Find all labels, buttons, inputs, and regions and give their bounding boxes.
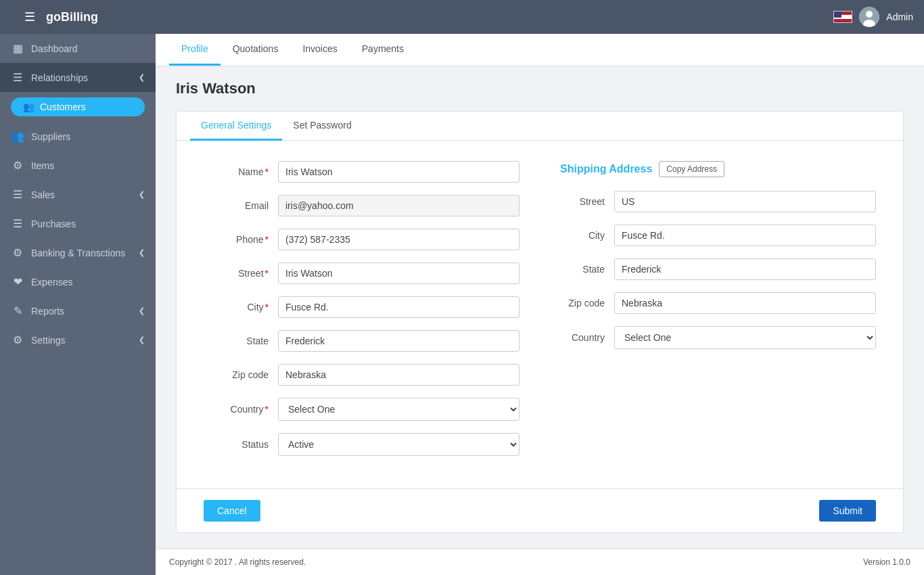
app-logo: goBilling — [46, 10, 98, 24]
submit-button[interactable]: Submit — [819, 500, 876, 522]
shipping-zipcode-label: Zip code — [560, 298, 614, 308]
shipping-header: Shipping Address Copy Address — [560, 161, 876, 177]
profile-card: General Settings Set Password Name — [176, 111, 904, 533]
phone-label: Phone — [204, 234, 278, 245]
footer-version: Version 1.0.0 — [863, 557, 910, 567]
street-label: Street — [204, 268, 278, 279]
admin-label: Admin — [886, 12, 913, 22]
city-row: City — [204, 296, 519, 318]
sidebar-item-label: Expenses — [31, 277, 72, 288]
sidebar-item-settings[interactable]: ⚙ Settings ❮ — [0, 325, 156, 354]
page-title: Iris Watson — [176, 80, 904, 97]
sidebar-item-label: Purchases — [31, 218, 76, 229]
tab-payments[interactable]: Payments — [350, 34, 416, 66]
state-row: State — [204, 330, 519, 352]
copy-address-button[interactable]: Copy Address — [659, 161, 724, 177]
street-row: Street — [204, 262, 519, 284]
shipping-city-row: City — [560, 225, 876, 246]
zipcode-label: Zip code — [204, 369, 278, 380]
sidebar-item-label: Relationships — [31, 72, 88, 83]
sidebar-item-label: Settings — [31, 335, 66, 346]
country-row: Country Select One — [204, 398, 519, 421]
chevron-down-icon: ❮ — [139, 248, 145, 257]
top-bar: ☰ goBilling Admin — [0, 0, 924, 34]
customers-pill-wrapper: 👥 Customers — [0, 92, 156, 122]
card-tab-password[interactable]: Set Password — [282, 112, 362, 141]
email-label: Email — [204, 200, 278, 211]
main-area: ▦ Dashboard ☰ Relationships ❮ 👥 Customer… — [0, 34, 924, 575]
state-input[interactable] — [278, 330, 519, 352]
name-label: Name — [204, 166, 278, 177]
street-input[interactable] — [278, 262, 519, 284]
sidebar-item-label: Reports — [31, 306, 64, 317]
email-input[interactable] — [278, 195, 519, 216]
tab-invoices[interactable]: Invoices — [290, 34, 349, 66]
city-input[interactable] — [278, 296, 519, 318]
top-bar-left: ☰ goBilling — [11, 9, 98, 24]
shipping-state-input[interactable] — [614, 258, 876, 280]
sidebar-item-relationships[interactable]: ☰ Relationships ❮ — [0, 63, 156, 92]
top-bar-right: Admin — [833, 7, 913, 27]
purchases-icon: ☰ — [11, 217, 24, 230]
phone-row: Phone — [204, 229, 519, 250]
card-body: Name Email Phone — [177, 141, 903, 488]
form-section-left: Name Email Phone — [204, 161, 519, 468]
tab-profile[interactable]: Profile — [169, 34, 221, 66]
app-wrapper: ☰ goBilling Admin ▦ Dashboard ☰ — [0, 0, 924, 575]
sidebar-item-purchases[interactable]: ☰ Purchases — [0, 209, 156, 238]
sidebar-item-dashboard[interactable]: ▦ Dashboard — [0, 34, 156, 63]
avatar — [859, 7, 879, 27]
hamburger-icon[interactable]: ☰ — [24, 9, 35, 24]
shipping-street-input[interactable] — [614, 191, 876, 212]
shipping-country-select[interactable]: Select One — [614, 326, 876, 349]
cancel-button[interactable]: Cancel — [204, 500, 260, 522]
sidebar-item-expenses[interactable]: ❤ Expenses — [0, 267, 156, 296]
sidebar-item-label: Sales — [31, 189, 55, 200]
expenses-icon: ❤ — [11, 275, 24, 288]
sidebar-item-label: Items — [31, 160, 54, 171]
relationships-icon: ☰ — [11, 71, 24, 84]
status-select[interactable]: Active — [278, 433, 519, 456]
shipping-city-input[interactable] — [614, 225, 876, 246]
sidebar-item-label: Customers — [40, 101, 86, 112]
form-section-right: Shipping Address Copy Address Street Cit… — [560, 161, 876, 468]
card-tab-general[interactable]: General Settings — [190, 112, 282, 141]
settings-icon: ⚙ — [11, 334, 24, 346]
status-row: Status Active — [204, 433, 519, 456]
shipping-state-row: State — [560, 258, 876, 280]
shipping-zipcode-input[interactable] — [614, 292, 876, 314]
country-select[interactable]: Select One — [278, 398, 519, 421]
shipping-street-row: Street — [560, 191, 876, 212]
sidebar-item-banking[interactable]: ⚙ Banking & Transctions ❮ — [0, 238, 156, 267]
name-row: Name — [204, 161, 519, 183]
chevron-down-icon: ❮ — [139, 336, 145, 344]
sidebar-item-label: Banking & Transctions — [31, 248, 125, 258]
shipping-state-label: State — [560, 264, 614, 275]
flag-icon — [833, 11, 852, 23]
sidebar: ▦ Dashboard ☰ Relationships ❮ 👥 Customer… — [0, 34, 156, 575]
email-row: Email — [204, 195, 519, 216]
top-tabs-bar: Profile Quotations Invoices Payments — [156, 34, 924, 66]
name-input[interactable] — [278, 161, 519, 183]
form-grid: Name Email Phone — [204, 161, 876, 468]
sidebar-item-sales[interactable]: ☰ Sales ❮ — [0, 180, 156, 209]
sidebar-item-reports[interactable]: ✎ Reports ❮ — [0, 296, 156, 325]
shipping-country-row: Country Select One — [560, 326, 876, 349]
sidebar-item-suppliers[interactable]: 👥 Suppliers — [0, 122, 156, 151]
content-inner: Iris Watson General Settings Set Passwor… — [156, 66, 924, 549]
sidebar-item-customers[interactable]: 👥 Customers — [11, 97, 145, 116]
phone-input[interactable] — [278, 229, 519, 250]
tab-quotations[interactable]: Quotations — [221, 34, 291, 66]
sidebar-item-label: Dashboard — [31, 43, 78, 54]
status-label: Status — [204, 439, 278, 450]
chevron-down-icon: ❮ — [139, 73, 145, 82]
chevron-down-icon: ❮ — [139, 306, 145, 315]
sidebar-item-items[interactable]: ⚙ Items — [0, 151, 156, 180]
zipcode-row: Zip code — [204, 364, 519, 386]
shipping-zipcode-row: Zip code — [560, 292, 876, 314]
chevron-down-icon: ❮ — [139, 190, 145, 199]
card-tabs: General Settings Set Password — [177, 112, 903, 141]
reports-icon: ✎ — [11, 304, 24, 317]
action-bar: Cancel Submit — [177, 488, 903, 532]
zipcode-input[interactable] — [278, 364, 519, 386]
